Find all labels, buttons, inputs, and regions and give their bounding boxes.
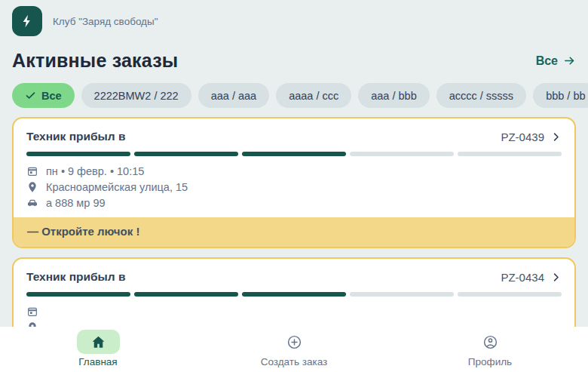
- lightning-icon: [20, 14, 35, 29]
- filter-chips-row: Все 2222BMW2 / 222 aaa / aaa aaaa / ccc …: [0, 83, 588, 108]
- progress-segment: [26, 152, 130, 156]
- nav-item-home[interactable]: Главная: [0, 327, 196, 367]
- order-progress: [26, 292, 562, 297]
- order-status: Техник прибыл в: [26, 130, 126, 143]
- order-status: Техник прибыл в: [26, 270, 126, 284]
- order-date-row: пн • 9 февр. • 10:15: [26, 163, 562, 179]
- progress-segment: [134, 152, 238, 156]
- filter-chip-label: acccc / sssss: [449, 90, 513, 102]
- plus-circle-icon: [286, 334, 302, 350]
- nav-item-profile[interactable]: Профиль: [392, 327, 588, 367]
- arrow-right-icon: [563, 54, 576, 67]
- progress-segment: [458, 292, 562, 297]
- filter-chip-label: Все: [41, 90, 62, 102]
- filter-chip[interactable]: aaa / bbb: [358, 83, 429, 108]
- calendar-icon: [26, 306, 38, 318]
- nav-label: Профиль: [468, 356, 512, 367]
- filter-chip-label: bbb / bb: [546, 90, 585, 102]
- view-all-label: Все: [536, 54, 558, 68]
- app-header: Клуб "Заряд свободы": [0, 0, 588, 36]
- nav-create-icon-wrap: [273, 330, 316, 354]
- filter-chip-label: aaa / bbb: [371, 90, 416, 102]
- nav-label: Создать заказ: [261, 356, 328, 367]
- orders-list: Техник прибыл в PZ-0439 пн • 9 февр. • 1…: [0, 117, 588, 359]
- progress-segment: [242, 152, 346, 156]
- calendar-icon: [26, 165, 38, 177]
- progress-segment: [242, 292, 346, 297]
- filter-chip[interactable]: aaaa / ccc: [276, 83, 351, 108]
- nav-home-pill: [77, 330, 120, 354]
- filter-chip[interactable]: 2222BMW2 / 222: [81, 83, 191, 108]
- home-icon: [90, 334, 106, 350]
- order-id: PZ-0439: [501, 131, 544, 143]
- order-address: Красноармейская улица, 15: [46, 181, 188, 193]
- nav-profile-icon-wrap: [469, 330, 512, 354]
- order-card[interactable]: Техник прибыл в PZ-0439 пн • 9 февр. • 1…: [12, 117, 576, 248]
- car-icon: [26, 197, 38, 209]
- club-name: Клуб "Заряд свободы": [53, 16, 158, 27]
- nav-item-create-order[interactable]: Создать заказ: [196, 327, 392, 367]
- progress-segment: [458, 152, 562, 156]
- order-date-row: [26, 303, 562, 319]
- view-all-link[interactable]: Все: [536, 54, 576, 68]
- page-title: Активные заказы: [12, 50, 178, 72]
- filter-chip-label: 2222BMW2 / 222: [94, 90, 179, 102]
- title-row: Активные заказы Все: [0, 50, 588, 72]
- filter-chip-label: aaa / aaa: [211, 90, 256, 102]
- check-icon: [25, 90, 36, 101]
- order-note-banner: — Откройте лючок !: [14, 217, 574, 247]
- filter-chip[interactable]: bbb / bb: [533, 83, 588, 108]
- location-pin-icon: [26, 181, 38, 193]
- progress-segment: [26, 292, 130, 297]
- order-vehicle: а 888 мр 99: [46, 197, 106, 209]
- order-ref[interactable]: PZ-0434: [501, 271, 562, 284]
- filter-chip[interactable]: aaa / aaa: [198, 83, 269, 108]
- order-id: PZ-0434: [501, 271, 544, 284]
- nav-label: Главная: [78, 356, 117, 367]
- bottom-nav: Главная Создать заказ Профиль: [0, 327, 588, 372]
- order-ref[interactable]: PZ-0439: [501, 131, 562, 143]
- order-date: пн • 9 февр. • 10:15: [46, 165, 144, 177]
- filter-chip[interactable]: acccc / sssss: [436, 83, 526, 108]
- filter-chip-all[interactable]: Все: [12, 83, 75, 108]
- chevron-right-icon: [550, 131, 562, 143]
- progress-segment: [350, 292, 454, 297]
- app-logo: [12, 6, 42, 36]
- order-address-row: Красноармейская улица, 15: [26, 179, 562, 195]
- progress-segment: [134, 292, 238, 297]
- profile-icon: [482, 334, 498, 350]
- filter-chip-label: aaaa / ccc: [289, 90, 338, 102]
- progress-segment: [350, 152, 454, 156]
- order-vehicle-row: а 888 мр 99: [26, 195, 562, 211]
- chevron-right-icon: [550, 272, 562, 283]
- order-progress: [26, 152, 562, 156]
